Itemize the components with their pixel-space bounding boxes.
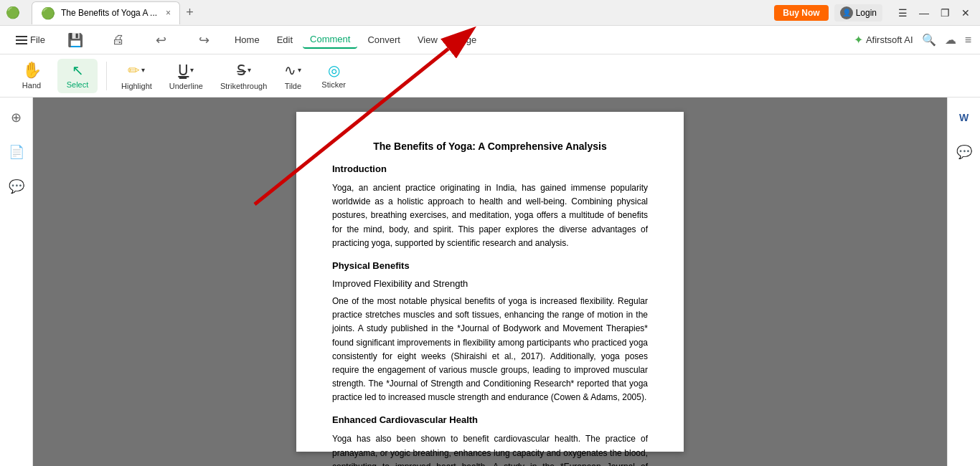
app-logo: 🟢 [6, 6, 20, 19]
pdf-intro-paragraph: Yoga, an ancient practice originating in… [332, 181, 648, 250]
ai-label: Afirstsoft AI [866, 34, 913, 45]
strikethrough-icon: S̶ [237, 62, 246, 79]
right-sidebar: W 💬 [947, 98, 980, 466]
menu-print-icon[interactable]: 🖨 [98, 28, 138, 52]
menu-save-icon[interactable]: 💾 [55, 28, 95, 52]
ai-star-icon: ✦ [854, 33, 863, 47]
sidebar-word-icon[interactable]: W [953, 106, 976, 129]
menu-undo-icon[interactable]: ↩ [141, 28, 182, 52]
menu-more-button[interactable]: ≡ [965, 34, 971, 47]
active-tab[interactable]: 🟢 The Benefits of Yoga A ... × [32, 1, 180, 24]
menu-edit[interactable]: Edit [270, 32, 300, 48]
sticker-icon: ◎ [328, 63, 340, 77]
login-label: Login [856, 8, 877, 18]
new-tab-button[interactable]: + [180, 5, 199, 20]
highlight-icon: ✏ [128, 62, 140, 79]
menu-view[interactable]: View [410, 32, 445, 48]
tab-title: The Benefits of Yoga A ... [61, 8, 157, 18]
sidebar-thumbnail-icon[interactable]: ⊕ [5, 106, 28, 129]
title-bar: 🟢 🟢 The Benefits of Yoga A ... × + Buy N… [0, 0, 980, 26]
left-sidebar: ⊕ 📄 💬 [0, 98, 33, 466]
tab-close-button[interactable]: × [166, 8, 171, 18]
tab-area: 🟢 The Benefits of Yoga A ... × + [32, 1, 199, 24]
menu-home[interactable]: Home [227, 32, 267, 48]
menu-bar: File 💾 🖨 ↩ ↪ Home Edit Comment Convert V… [0, 26, 980, 54]
highlight-btn-row: ✏ ▾ [128, 62, 145, 79]
pdf-title: The Benefits of Yoga: A Comprehensive An… [332, 141, 648, 152]
pdf-physical-heading: Physical Benefits [332, 260, 648, 271]
pdf-cardio-heading: Enhanced Cardiovascular Health [332, 414, 648, 425]
tab-pdf-icon: 🟢 [41, 6, 55, 20]
hamburger-icon [16, 36, 27, 44]
pdf-physical-paragraph: One of the most notable physical benefit… [332, 295, 648, 405]
toolbar-separator-1 [106, 62, 107, 90]
select-icon: ↖ [72, 63, 84, 77]
sidebar-right-comment-icon[interactable]: 💬 [953, 141, 976, 163]
hand-tool-button[interactable]: ✋ Hand [11, 58, 52, 94]
main-content: ⊕ 📄 💬 The Benefits of Yoga: A Comprehens… [0, 98, 980, 466]
sidebar-comment-icon[interactable]: 💬 [5, 175, 28, 198]
tilde-btn-row: ∿ ▾ [284, 62, 301, 79]
highlight-tool-button[interactable]: ✏ ▾ Highlight [116, 57, 158, 95]
minimize-button[interactable]: — [915, 6, 933, 20]
menu-right: ✦ Afirstsoft AI 🔍 ☁ ≡ [854, 33, 971, 47]
select-tool-button[interactable]: ↖ Select [57, 59, 98, 93]
strikethrough-btn-row: S̶ ▾ [237, 62, 251, 79]
ai-button[interactable]: ✦ Afirstsoft AI [854, 33, 913, 47]
title-bar-left: 🟢 🟢 The Benefits of Yoga A ... × + [6, 1, 199, 24]
window-controls: ☰ — ❐ ✕ [894, 6, 974, 20]
toolbar: ✋ Hand ↖ Select ✏ ▾ Highlight U̲ ▾ Under… [0, 54, 980, 98]
underline-tool-button[interactable]: U̲ ▾ Underline [164, 57, 209, 95]
menu-file[interactable]: File [9, 32, 52, 48]
search-button[interactable]: 🔍 [922, 33, 936, 47]
pdf-intro-heading: Introduction [332, 163, 648, 174]
buy-now-button[interactable]: Buy Now [774, 5, 828, 21]
pdf-physical-subheading: Improved Flexibility and Strength [332, 278, 648, 289]
sticker-tool-button[interactable]: ◎ Sticker [313, 59, 354, 93]
login-area[interactable]: 👤 Login [834, 4, 882, 22]
tilde-icon: ∿ [284, 62, 296, 79]
login-avatar: 👤 [840, 6, 853, 19]
cloud-icon: ☁ [945, 33, 956, 47]
menu-comment[interactable]: Comment [303, 31, 357, 49]
hand-icon: ✋ [22, 62, 42, 78]
pdf-viewer[interactable]: The Benefits of Yoga: A Comprehensive An… [33, 98, 947, 466]
close-button[interactable]: ✕ [957, 6, 974, 20]
hamburger-menu-button[interactable]: ☰ [894, 6, 912, 20]
sidebar-page-icon[interactable]: 📄 [5, 141, 28, 163]
menu-convert[interactable]: Convert [360, 32, 407, 48]
maximize-button[interactable]: ❐ [936, 6, 954, 20]
pdf-page: The Benefits of Yoga: A Comprehensive An… [296, 112, 684, 452]
strikethrough-tool-button[interactable]: S̶ ▾ Strikethrough [215, 57, 273, 95]
menu-redo-icon[interactable]: ↪ [184, 28, 225, 52]
pdf-cardio-paragraph: Yoga has also been shown to benefit card… [332, 432, 648, 466]
menu-page[interactable]: Page [448, 32, 484, 48]
underline-btn-row: U̲ ▾ [178, 62, 194, 79]
tilde-tool-button[interactable]: ∿ ▾ Tilde [278, 57, 307, 95]
title-bar-right: Buy Now 👤 Login ☰ — ❐ ✕ [774, 4, 974, 22]
underline-icon: U̲ [178, 62, 189, 79]
